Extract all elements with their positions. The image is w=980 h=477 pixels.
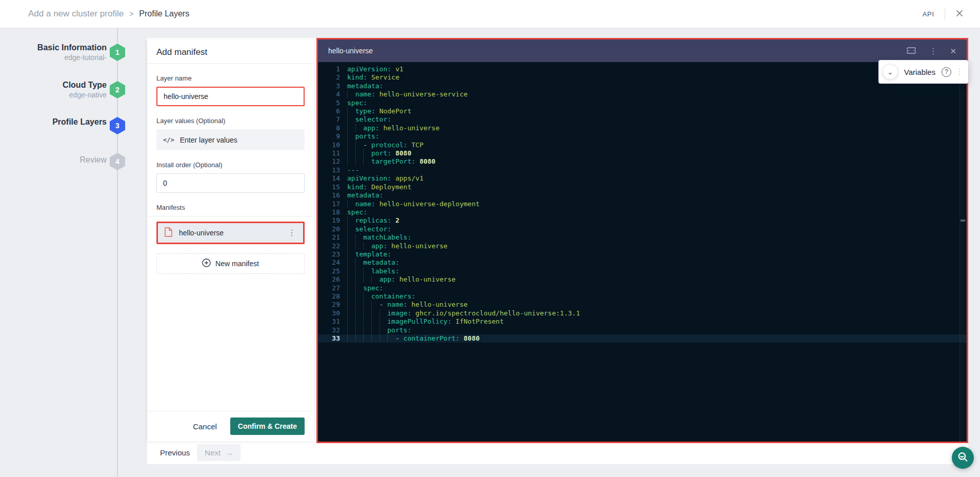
enter-layer-values-label: Enter layer values <box>180 136 237 144</box>
confirm-create-button[interactable]: Confirm & Create <box>230 418 305 435</box>
code-line-29: 29 - name: hello-universe <box>318 301 967 309</box>
yaml-editor-panel: hello-universe ⋮ ✕ 1apiVersion: v12kind:… <box>316 38 968 443</box>
variables-expand-button[interactable]: ⌄ <box>883 64 898 80</box>
scrollbar-decoration <box>961 220 965 222</box>
layer-values-label: Layer values (Optional) <box>156 117 305 125</box>
code-line-12: 12 targetPort: 8080 <box>318 157 967 166</box>
code-line-15: 15kind: Deployment <box>318 183 967 191</box>
manifest-item-name: hello-universe <box>179 229 285 237</box>
install-order-label: Install order (Optional) <box>156 161 305 169</box>
line-number: 18 <box>318 208 340 216</box>
step-title: Cloud Type <box>63 80 107 90</box>
editor-scrollbar[interactable] <box>959 62 967 442</box>
new-manifest-button[interactable]: New manifest <box>156 253 305 274</box>
variables-menu-button[interactable]: ⋮ <box>955 68 964 76</box>
code-line-6: 6 type: NodePort <box>318 107 967 115</box>
editor-menu-button[interactable]: ⋮ <box>929 47 937 55</box>
breadcrumb: Add a new cluster profile > Profile Laye… <box>28 9 189 19</box>
line-number: 8 <box>318 124 340 132</box>
previous-button[interactable]: Previous <box>160 448 190 457</box>
code-line-32: 32 ports: <box>318 326 967 334</box>
code-line-8: 8 app: hello-universe <box>318 124 967 132</box>
code-line-31: 31 imagePullPolicy: IfNotPresent <box>318 317 967 326</box>
code-lines: 1apiVersion: v12kind: Service3metadata:4… <box>318 65 967 343</box>
install-order-input[interactable] <box>156 173 305 193</box>
editor-header-actions: ⋮ ✕ <box>906 47 956 55</box>
manifest-list-item[interactable]: hello-universe ⋮ <box>156 222 305 244</box>
line-number: 6 <box>318 107 340 115</box>
layer-name-label: Layer name <box>156 74 305 82</box>
variables-panel[interactable]: ⌄ Variables ? ⋮ <box>878 60 968 84</box>
page-header: Add a new cluster profile > Profile Laye… <box>0 0 980 28</box>
line-number: 14 <box>318 174 340 183</box>
line-number: 26 <box>318 275 340 284</box>
line-number: 7 <box>318 115 340 124</box>
line-number: 30 <box>318 309 340 317</box>
line-number: 15 <box>318 183 340 191</box>
layer-name-input[interactable] <box>156 87 305 106</box>
step-subtitle: edge-tutorial- <box>37 53 107 63</box>
step-number-badge: 4 <box>110 153 125 170</box>
wizard-pager: Previous Next → <box>160 444 241 461</box>
code-line-10: 10 - protocol: TCP <box>318 141 967 149</box>
line-number: 17 <box>318 200 340 208</box>
step-labels: Review <box>80 155 107 165</box>
help-launcher-button[interactable] <box>952 447 974 469</box>
add-manifest-panel: Add manifest Layer name Layer values (Op… <box>147 40 314 441</box>
panel-title: Add manifest <box>147 40 314 63</box>
step-title: Review <box>80 155 107 165</box>
code-line-7: 7 selector: <box>318 115 967 124</box>
step-labels: Cloud Typeedge-native <box>63 80 107 100</box>
code-line-4: 4 name: hello-universe-service <box>318 90 967 98</box>
split-view-button[interactable] <box>906 47 916 55</box>
code-editor-area[interactable]: 1apiVersion: v12kind: Service3metadata:4… <box>318 62 967 442</box>
step-labels: Basic Informationedge-tutorial- <box>37 43 107 63</box>
code-line-25: 25 labels: <box>318 267 967 275</box>
line-number: 2 <box>318 73 340 82</box>
line-number: 4 <box>318 90 340 98</box>
cancel-button[interactable]: Cancel <box>193 422 217 431</box>
code-line-30: 30 image: ghcr.io/spectrocloud/hello-uni… <box>318 309 967 317</box>
code-line-22: 22 app: hello-universe <box>318 242 967 250</box>
line-number: 19 <box>318 216 340 225</box>
manifest-menu-button[interactable]: ⋮ <box>285 228 299 238</box>
plus-circle-icon <box>202 259 211 269</box>
code-line-1: 1apiVersion: v1 <box>318 65 967 73</box>
code-line-13: 13--- <box>318 166 967 174</box>
code-line-24: 24 metadata: <box>318 259 967 267</box>
file-icon <box>165 227 172 239</box>
code-line-5: 5spec: <box>318 99 967 107</box>
enter-layer-values-button[interactable]: </> Enter layer values <box>156 129 305 150</box>
next-label: Next <box>205 448 221 457</box>
breadcrumb-separator: > <box>129 10 133 18</box>
line-number: 33 <box>318 334 340 343</box>
close-icon <box>955 9 964 19</box>
next-button[interactable]: Next → <box>197 444 241 461</box>
line-number: 29 <box>318 301 340 309</box>
manifests-divider <box>147 216 314 216</box>
variables-help-button[interactable]: ? <box>942 67 951 77</box>
step-title: Basic Information <box>37 43 107 53</box>
wizard-stepper: Basic Informationedge-tutorial-1Cloud Ty… <box>0 28 147 477</box>
code-line-17: 17 name: hello-universe-deployment <box>318 200 967 208</box>
wizard-close-button[interactable] <box>955 9 964 19</box>
api-button[interactable]: API <box>923 10 934 18</box>
code-line-14: 14apiVersion: apps/v1 <box>318 174 967 183</box>
code-line-26: 26 app: hello-universe <box>318 275 967 284</box>
line-number: 3 <box>318 82 340 90</box>
step-number-badge: 3 <box>110 117 125 134</box>
code-line-21: 21 matchLabels: <box>318 233 967 242</box>
header-divider <box>945 8 945 19</box>
line-number: 27 <box>318 284 340 292</box>
breadcrumb-parent: Add a new cluster profile <box>28 9 124 19</box>
line-number: 10 <box>318 141 340 149</box>
line-number: 11 <box>318 149 340 157</box>
line-number: 9 <box>318 132 340 141</box>
code-line-23: 23 template: <box>318 250 967 259</box>
line-number: 21 <box>318 233 340 242</box>
code-line-11: 11 port: 8080 <box>318 149 967 157</box>
editor-close-button[interactable]: ✕ <box>950 47 956 55</box>
line-number: 12 <box>318 157 340 166</box>
panel-footer: Cancel Confirm & Create <box>147 411 314 441</box>
search-help-icon <box>956 451 969 465</box>
